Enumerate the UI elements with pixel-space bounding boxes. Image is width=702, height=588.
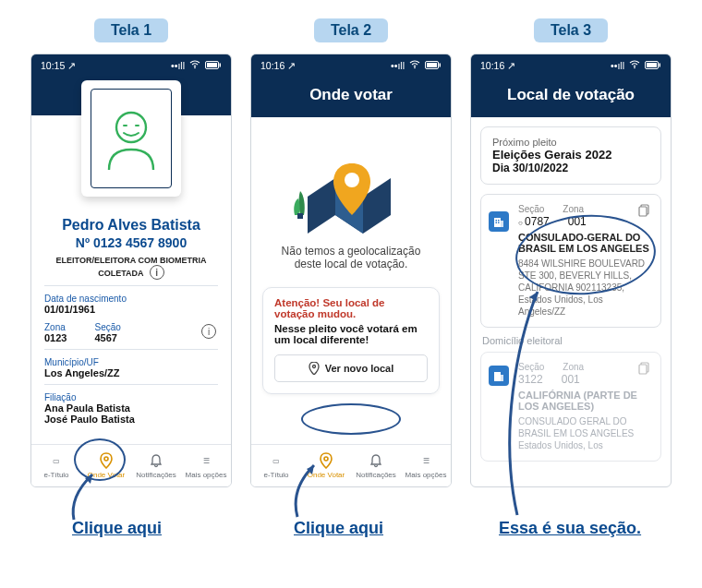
person-icon (103, 105, 159, 172)
signal-icon: ••ıll (171, 60, 185, 71)
next-name: Eleições Gerais 2022 (492, 148, 649, 162)
svg-rect-3 (207, 63, 217, 67)
annotation-label-1: Clique aqui (72, 519, 162, 538)
filiacao2: José Paulo Batista (44, 414, 218, 425)
change-location-card: Atenção! Seu local de votação mudou. Nes… (262, 287, 440, 394)
battery-icon (205, 60, 222, 71)
map-pin-icon (98, 452, 115, 469)
status-bar: 10:16 ↗ ••ıll (251, 54, 451, 77)
svg-rect-27 (639, 207, 647, 216)
annotation-label-3: Essa é sua seção. (499, 519, 641, 538)
nav-mais[interactable]: ☰Mais opções (401, 445, 451, 486)
svg-rect-25 (498, 222, 500, 224)
svg-point-14 (312, 366, 315, 368)
wifi-icon (409, 60, 420, 71)
svg-rect-21 (501, 221, 503, 227)
bottom-nav: ▭e-Título Onde Votar Notificações ☰Mais … (251, 444, 451, 486)
nav-notificacoes[interactable]: Notificações (351, 445, 401, 486)
copy-icon[interactable] (638, 362, 651, 377)
screen3-title: Local de votação (471, 77, 671, 117)
screen1: 10:15 ↗ ••ıll (30, 54, 232, 487)
status-bar: 10:16 ↗ ••ıll (471, 54, 671, 77)
nav-onde-votar[interactable]: Onde Votar (301, 445, 351, 486)
svg-point-15 (324, 457, 328, 461)
voter-number: Nº 0123 4567 8900 (44, 235, 218, 250)
map-pin-icon (318, 452, 334, 469)
copy-icon[interactable] (638, 204, 651, 219)
svg-point-6 (414, 67, 416, 69)
svg-rect-22 (496, 220, 498, 222)
primary-secao: 0787 (518, 215, 550, 228)
wifi-icon (189, 60, 200, 71)
tela2-label: Tela 2 (314, 18, 388, 42)
bell-icon (148, 452, 164, 469)
tela3-label: Tela 3 (534, 18, 608, 42)
municipio-label: Município/UF (44, 357, 218, 367)
screen3: 10:16 ↗ ••ıll Local de votação Próximo p… (470, 54, 672, 487)
signal-icon: ••ıll (611, 60, 624, 71)
secao-value: 4567 (94, 332, 120, 343)
voter-name: Pedro Alves Batista (44, 217, 218, 234)
next-date: Dia 30/10/2022 (492, 162, 649, 174)
nav-mais[interactable]: ☰ Mais opções (181, 445, 231, 486)
tela1-label: Tela 1 (94, 18, 168, 42)
filiacao1: Ana Paula Batista (44, 402, 218, 414)
nav-notificacoes[interactable]: Notificações (131, 445, 181, 486)
voter-status: ELEITOR/ELEITORA COM BIOMETRIA COLETADA … (44, 256, 218, 280)
polling-card-secondary[interactable]: SeçãoZona 3122001 CALIFÓRNIA (PARTE DE L… (480, 352, 661, 462)
menu-icon: ☰ (198, 452, 214, 469)
svg-rect-9 (427, 63, 437, 67)
geo-msg: Não temos a geolocalização deste local d… (262, 245, 440, 270)
svg-rect-31 (639, 365, 647, 374)
polling-card-primary[interactable]: SeçãoZona 0787001 CONSULADO-GERAL DO BRA… (480, 194, 661, 328)
location-arrow-icon: ↗ (507, 60, 515, 71)
bottom-nav: ▭ e-Título Onde Votar Notificações ☰ (31, 444, 231, 486)
info-icon[interactable]: i (150, 265, 164, 280)
primary-location-addr: 8484 WILSHIRE BOULEVARD STE 300, BEVERLY… (518, 258, 651, 318)
nav-etitulo[interactable]: ▭e-Título (251, 445, 301, 486)
svg-rect-2 (220, 64, 222, 67)
screen2: 10:16 ↗ ••ıll Onde votar (250, 54, 452, 487)
location-arrow-icon: ↗ (287, 60, 296, 71)
ver-novo-local-button[interactable]: Ver novo local (274, 354, 428, 382)
secondary-secao: 3122 (518, 373, 543, 386)
battery-icon (645, 60, 661, 71)
svg-point-16 (634, 67, 635, 69)
secondary-location-addr: CONSULADO GERAL DO BRASIL EM LOS ANGELES… (518, 415, 651, 451)
nav-etitulo[interactable]: ▭ e-Título (31, 445, 81, 486)
signal-icon: ••ıll (391, 60, 405, 71)
building-icon (489, 211, 509, 232)
svg-point-5 (104, 457, 108, 461)
svg-rect-28 (494, 372, 501, 381)
nav-onde-votar[interactable]: Onde Votar (81, 445, 131, 486)
secondary-location-name: CALIFÓRNIA (PARTE DE LOS ANGELES) (518, 390, 651, 412)
svg-point-12 (345, 173, 359, 187)
svg-rect-20 (494, 218, 501, 227)
building-icon (489, 366, 509, 386)
screen2-title: Onde votar (251, 77, 451, 117)
primary-location-name: CONSULADO-GERAL DO BRASIL EM LOS ANGELES (518, 232, 651, 254)
zona-value: 0123 (44, 332, 67, 343)
id-card-icon: ▭ (48, 452, 65, 469)
info-icon[interactable]: i (201, 324, 216, 339)
svg-point-0 (194, 67, 196, 69)
map-pin-icon (309, 362, 320, 375)
secondary-zona: 001 (562, 373, 580, 386)
secao-label: Seção (94, 322, 120, 332)
location-arrow-icon: ↗ (67, 60, 76, 71)
status-bar: 10:15 ↗ ••ıll (31, 54, 231, 77)
zona-label: Zona (44, 322, 67, 332)
municipio-value: Los Angeles/ZZ (44, 367, 218, 378)
next-election-card: Próximo pleito Eleições Gerais 2022 Dia … (480, 126, 661, 185)
svg-point-4 (116, 113, 146, 142)
id-card-icon: ▭ (268, 452, 284, 469)
primary-zona: 001 (568, 215, 587, 228)
svg-rect-18 (660, 64, 661, 67)
domicilio-label: Domicílio eleitoral (482, 335, 661, 346)
svg-rect-24 (496, 222, 498, 224)
note-text: Nesse pleito você votará em um local dif… (274, 323, 428, 345)
avatar-card (81, 80, 181, 197)
svg-rect-29 (501, 375, 503, 381)
annotation-label-2: Clique aqui (294, 519, 383, 538)
svg-rect-19 (647, 63, 657, 67)
